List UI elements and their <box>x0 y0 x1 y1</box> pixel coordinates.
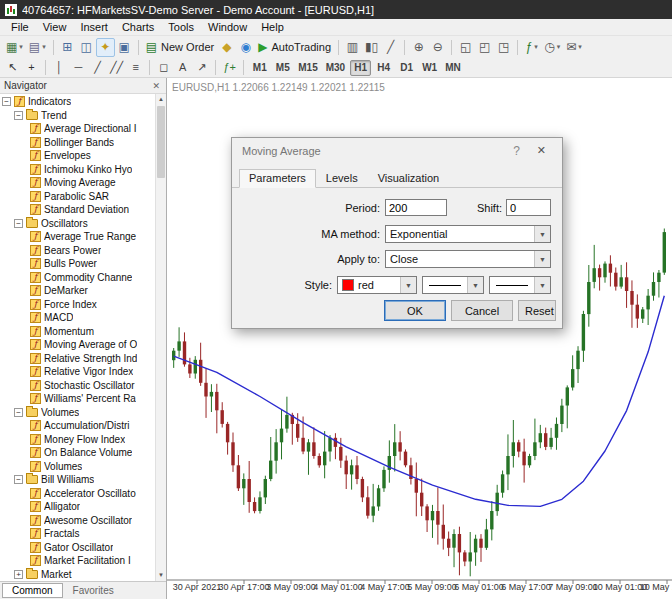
crosshair-button[interactable]: + <box>22 58 41 77</box>
tab-parameters[interactable]: Parameters <box>239 169 316 188</box>
tree-item-commodity-channe[interactable]: ƒCommodity Channe <box>0 271 155 285</box>
new-order-button[interactable]: ▤New Order <box>143 38 218 57</box>
templates-button[interactable]: ✉▾ <box>563 38 585 57</box>
periods-button[interactable]: ◷▾ <box>541 38 563 57</box>
tree-item-parabolic-sar[interactable]: ƒParabolic SAR <box>0 190 155 204</box>
dropdown-caret-icon[interactable]: ▾ <box>557 43 561 51</box>
tree-item-force-index[interactable]: ƒForce Index <box>0 298 155 312</box>
zoom-out-button[interactable]: ⊖ <box>428 38 447 57</box>
tree-item-momentum[interactable]: ƒMomentum <box>0 325 155 339</box>
menu-tools[interactable]: Tools <box>161 20 201 34</box>
apply-to-select[interactable]: Close ▼ <box>385 250 551 268</box>
tree-item-relative-vigor-index[interactable]: ƒRelative Vigor Index <box>0 365 155 379</box>
scroll-down-icon[interactable]: ▼ <box>156 570 166 581</box>
tile-horizontally-button[interactable]: ◰ <box>475 38 494 57</box>
tree-item-fractals[interactable]: ƒFractals <box>0 527 155 541</box>
trendline-button[interactable]: ╱ <box>88 58 107 77</box>
timeframe-d1-button[interactable]: D1 <box>396 60 417 76</box>
tree-item-accelerator-oscillato[interactable]: ƒAccelerator Oscillato <box>0 487 155 501</box>
dropdown-caret-icon[interactable]: ▾ <box>42 43 46 51</box>
terminal-toggle-button[interactable]: ▣ <box>115 38 134 57</box>
dialog-title-bar[interactable]: Moving Average ? ✕ <box>232 138 562 166</box>
style-line-width-select[interactable]: ▼ <box>422 276 484 294</box>
tree-item-moving-average-of-o[interactable]: ƒMoving Average of O <box>0 338 155 352</box>
horizontal-line-button[interactable]: ─ <box>69 58 88 77</box>
dropdown-caret-icon[interactable]: ▾ <box>578 43 582 51</box>
ma-method-select[interactable]: Exponential ▼ <box>385 225 551 243</box>
zoom-in-button[interactable]: ⊕ <box>409 38 428 57</box>
menu-window[interactable]: Window <box>201 20 254 34</box>
tree-item-oscillators[interactable]: −Oscillators <box>0 217 155 231</box>
tab-levels[interactable]: Levels <box>316 169 368 188</box>
tree-item-money-flow-index[interactable]: ƒMoney Flow Index <box>0 433 155 447</box>
fibonacci-retracement-button[interactable]: ≡ <box>126 58 145 77</box>
tree-item-demarker[interactable]: ƒDeMarker <box>0 284 155 298</box>
tree-item-average-directional-i[interactable]: ƒAverage Directional I <box>0 122 155 136</box>
menu-view[interactable]: View <box>36 20 74 34</box>
tree-item-accumulation-distri[interactable]: ƒAccumulation/Distri <box>0 419 155 433</box>
expand-icon[interactable]: + <box>14 570 23 579</box>
dropdown-caret-icon[interactable]: ▾ <box>19 43 23 51</box>
tree-item-moving-average[interactable]: ƒMoving Average <box>0 176 155 190</box>
metaeditor-button[interactable]: ◆ <box>217 38 236 57</box>
tree-item-indicators[interactable]: −ƒIndicators <box>0 95 155 109</box>
cascade-windows-button[interactable]: ◱ <box>456 38 475 57</box>
ok-button[interactable]: OK <box>384 300 446 321</box>
tile-vertically-button[interactable]: ◳ <box>494 38 513 57</box>
market-watch-button[interactable]: ⊞ <box>58 38 77 57</box>
tree-item-williams-percent-ra[interactable]: ƒWilliams' Percent Ra <box>0 392 155 406</box>
tab-visualization[interactable]: Visualization <box>368 169 450 188</box>
tree-item-trend[interactable]: −Trend <box>0 109 155 123</box>
tree-item-stochastic-oscillator[interactable]: ƒStochastic Oscillator <box>0 379 155 393</box>
timeframe-m15-button[interactable]: M15 <box>295 60 320 76</box>
profiles-button[interactable]: ▤▾ <box>26 38 49 57</box>
help-button[interactable]: ? <box>507 143 526 159</box>
vertical-line-button[interactable]: │ <box>50 58 69 77</box>
timeframe-m5-button[interactable]: M5 <box>272 60 293 76</box>
menu-charts[interactable]: Charts <box>115 20 161 34</box>
tree-item-market[interactable]: +Market <box>0 568 155 582</box>
tree-item-bollinger-bands[interactable]: ƒBollinger Bands <box>0 136 155 150</box>
new-chart-button[interactable]: ▦▾ <box>3 38 26 57</box>
shift-input[interactable] <box>506 199 551 216</box>
navigator-toggle-button[interactable]: ✦ <box>96 38 115 57</box>
timeframe-m30-button[interactable]: M30 <box>323 60 348 76</box>
tree-item-market-facilitation-i[interactable]: ƒMarket Facilitation I <box>0 554 155 568</box>
shapes-button[interactable]: ◻ <box>154 58 173 77</box>
scroll-up-icon[interactable]: ▲ <box>156 94 166 105</box>
dropdown-caret-icon[interactable]: ▾ <box>534 43 538 51</box>
cursor-button[interactable]: ↖ <box>3 58 22 77</box>
dialog-close-button[interactable]: ✕ <box>531 143 552 158</box>
tree-item-relative-strength-ind[interactable]: ƒRelative Strength Ind <box>0 352 155 366</box>
indicators-add-button[interactable]: ƒ+ <box>220 58 239 77</box>
tree-item-volumes[interactable]: −Volumes <box>0 406 155 420</box>
collapse-icon[interactable]: − <box>14 219 23 228</box>
tree-item-ichimoku-kinko-hyo[interactable]: ƒIchimoku Kinko Hyo <box>0 163 155 177</box>
reset-button[interactable]: Reset <box>518 300 556 321</box>
tree-item-bears-power[interactable]: ƒBears Power <box>0 244 155 258</box>
tree-item-gator-oscillator[interactable]: ƒGator Oscillator <box>0 541 155 555</box>
candlestick-mode-button[interactable]: ▮▯ <box>362 38 381 57</box>
tab-favorites[interactable]: Favorites <box>63 583 124 598</box>
line-chart-mode-button[interactable]: ╱ <box>381 38 400 57</box>
navigator-scrollbar[interactable]: ▲ ▼ <box>155 94 166 581</box>
timeframe-h1-button[interactable]: H1 <box>350 60 371 76</box>
collapse-icon[interactable]: − <box>14 475 23 484</box>
text-label-button[interactable]: A <box>173 58 192 77</box>
tree-item-awesome-oscillator[interactable]: ƒAwesome Oscillator <box>0 514 155 528</box>
tree-item-envelopes[interactable]: ƒEnvelopes <box>0 149 155 163</box>
menu-file[interactable]: File <box>4 20 36 34</box>
style-color-select[interactable]: red ▼ <box>337 276 417 294</box>
tree-item-alligator[interactable]: ƒAlligator <box>0 500 155 514</box>
collapse-icon[interactable]: − <box>14 408 23 417</box>
timeframe-mn-button[interactable]: MN <box>442 60 464 76</box>
tree-item-volumes[interactable]: ƒVolumes <box>0 460 155 474</box>
style-line-type-select[interactable]: ▼ <box>489 276 551 294</box>
navigator-close-button[interactable]: ✕ <box>150 81 162 91</box>
tree-item-standard-deviation[interactable]: ƒStandard Deviation <box>0 203 155 217</box>
tab-common[interactable]: Common <box>2 583 63 598</box>
collapse-icon[interactable]: − <box>14 111 23 120</box>
period-input[interactable] <box>385 199 447 216</box>
tree-item-macd[interactable]: ƒMACD <box>0 311 155 325</box>
bar-chart-mode-button[interactable]: ▥ <box>343 38 362 57</box>
